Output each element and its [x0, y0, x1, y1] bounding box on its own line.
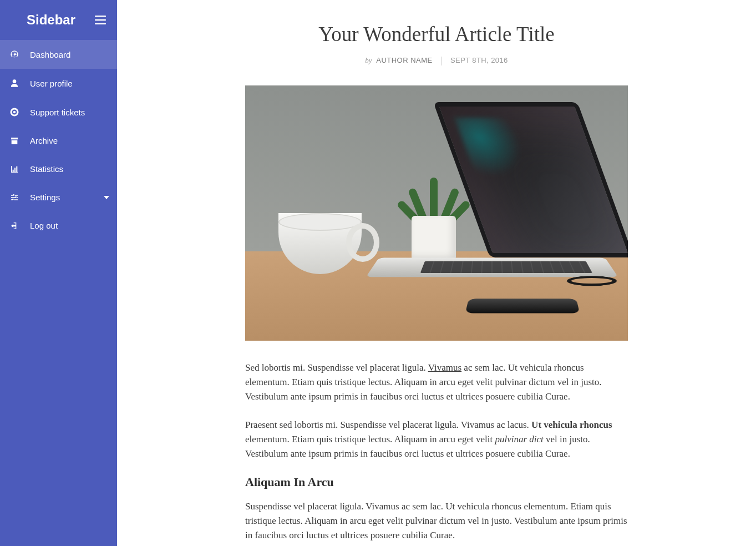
caret-down-icon: [104, 196, 109, 199]
article-byline: by AUTHOR NAME SEPT 8TH, 2016: [245, 56, 628, 65]
sidebar-header: Sidebar: [0, 0, 117, 40]
sidebar-item-dashboard[interactable]: Dashboard: [0, 40, 117, 69]
article-paragraph: Sed lobortis mi. Suspendisse vel placera…: [245, 361, 628, 405]
article-title: Your Wonderful Article Title: [245, 22, 628, 46]
article-container: Your Wonderful Article Title by AUTHOR N…: [245, 22, 628, 543]
byline-by-label: by: [365, 56, 372, 64]
sidebar-item-label: Statistics: [30, 164, 109, 174]
main-content: Your Wonderful Article Title by AUTHOR N…: [117, 0, 756, 546]
article-paragraph: Suspendisse vel placerat ligula. Vivamus…: [245, 499, 628, 543]
archive-icon: [8, 136, 21, 145]
dashboard-icon: [8, 49, 21, 59]
article-subheading: Aliquam In Arcu: [245, 475, 628, 489]
chart-icon: [8, 165, 21, 174]
sidebar-item-label: Settings: [30, 193, 104, 202]
inline-link[interactable]: Vivamus: [428, 362, 461, 373]
sidebar-item-label: User profile: [30, 79, 109, 88]
menu-toggle-button[interactable]: [95, 16, 106, 24]
svg-rect-2: [95, 23, 106, 24]
sidebar-item-statistics[interactable]: Statistics: [0, 155, 117, 183]
sidebar-item-label: Support tickets: [30, 108, 109, 117]
logout-icon: [8, 221, 21, 230]
article-paragraph: Praesent sed lobortis mi. Suspendisse ve…: [245, 418, 628, 462]
text-italic: pulvinar dict: [495, 434, 543, 444]
sidebar-item-settings[interactable]: Settings: [0, 183, 117, 211]
byline-separator: [441, 57, 442, 65]
text-bold: Ut vehicula rhoncus: [531, 419, 612, 430]
byline-author: AUTHOR NAME: [376, 56, 433, 64]
sidebar-item-label: Archive: [30, 136, 109, 145]
hamburger-icon: [95, 16, 106, 24]
sidebar-item-support-tickets[interactable]: Support tickets: [0, 98, 117, 127]
sidebar-title: Sidebar: [27, 12, 75, 28]
sidebar-nav: Dashboard User profile Support tickets A…: [0, 40, 117, 240]
byline-date: SEPT 8TH, 2016: [450, 56, 508, 64]
sidebar-item-label: Log out: [30, 221, 109, 230]
article-body: Sed lobortis mi. Suspendisse vel placera…: [245, 361, 628, 543]
support-icon: [8, 107, 21, 117]
sidebar-item-archive[interactable]: Archive: [0, 127, 117, 155]
text-run: Sed lobortis mi. Suspendisse vel placera…: [245, 362, 428, 373]
svg-rect-0: [95, 16, 106, 17]
sidebar-item-log-out[interactable]: Log out: [0, 211, 117, 240]
sidebar: Sidebar Dashboard User profile Support t…: [0, 0, 117, 546]
hero-image: [245, 85, 628, 341]
svg-rect-1: [95, 19, 106, 21]
user-icon: [8, 78, 21, 88]
sidebar-item-label: Dashboard: [30, 50, 109, 59]
text-run: elementum. Etiam quis tristique lectus. …: [245, 434, 495, 444]
sliders-icon: [8, 193, 21, 202]
text-run: Praesent sed lobortis mi. Suspendisse ve…: [245, 419, 531, 430]
sidebar-item-user-profile[interactable]: User profile: [0, 69, 117, 98]
